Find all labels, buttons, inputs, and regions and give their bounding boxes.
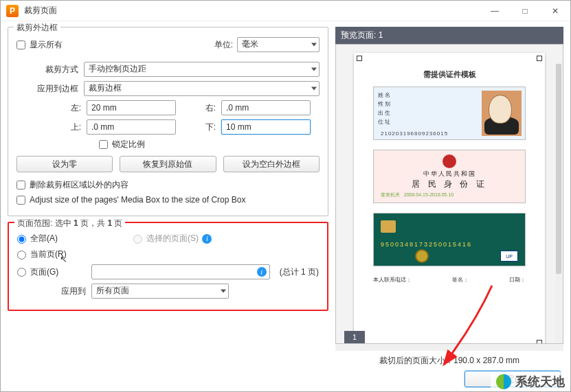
range-title-2: 页，共 xyxy=(78,218,108,228)
unit-select[interactable]: 毫米 xyxy=(237,37,320,52)
preview-cn-line2: 居 民 身 份 证 xyxy=(412,178,486,190)
top-margin-input[interactable]: .0 mm xyxy=(87,119,176,135)
preview-scrollbar-vertical[interactable] xyxy=(555,62,562,343)
range-current-radio[interactable] xyxy=(17,251,26,260)
adjust-media-checkbox-row[interactable]: Adjust size of the pages' Media Box to t… xyxy=(16,195,245,205)
page-range-title: 页面范围: 选中 1 页，共 1 页 xyxy=(14,218,125,229)
unionpay-icon: UP xyxy=(500,251,518,262)
set-zero-button[interactable]: 设为零 xyxy=(16,156,113,172)
preview-frame: 需提供证件模板 姓 名性 别出 生住 址 210203196809236015 … xyxy=(335,44,563,344)
lock-ratio-checkbox[interactable] xyxy=(99,140,108,149)
preview-bank-number: 9500348173250015416 xyxy=(381,241,472,248)
info-icon[interactable]: i xyxy=(257,267,267,277)
show-all-label: 显示所有 xyxy=(30,40,63,49)
chevron-down-icon xyxy=(311,68,317,71)
blank-margin-label: 设为空白外边框 xyxy=(243,159,300,170)
cursor-icon: ↖ xyxy=(60,254,67,264)
right-margin-input[interactable]: .0 mm xyxy=(221,100,311,115)
remove-outside-checkbox[interactable] xyxy=(16,181,25,189)
reset-label: 恢复到原始值 xyxy=(143,159,192,170)
apply-border-label: 应用到边框 xyxy=(16,83,78,95)
preview-doc-title: 需提供证件模板 xyxy=(373,69,526,80)
crop-method-value: 手动控制页边距 xyxy=(89,64,146,73)
close-icon: ✕ xyxy=(552,6,559,16)
close-button[interactable]: ✕ xyxy=(540,1,570,21)
show-all-checkbox[interactable] xyxy=(16,41,25,49)
show-all-checkbox-row[interactable]: 显示所有 xyxy=(16,39,63,51)
preview-page[interactable]: 需提供证件模板 姓 名性 别出 生住 址 210203196809236015 … xyxy=(354,53,545,344)
range-pages-total: (总计 1 页) xyxy=(280,266,319,278)
range-selected-label: 选择的页面(S) xyxy=(146,233,199,243)
apply-to-label: 应用到 xyxy=(17,286,86,297)
minimize-icon: — xyxy=(491,6,499,16)
range-title-3: 页 xyxy=(112,218,122,228)
range-selected-radio-row: 选择的页面(S) i xyxy=(133,233,212,244)
range-title-sel: 1 xyxy=(74,218,78,228)
bottom-margin-input[interactable]: 10 mm xyxy=(221,119,311,135)
lock-ratio-checkbox-row[interactable]: 锁定比例 xyxy=(99,139,145,150)
range-pages-radio[interactable] xyxy=(17,268,26,277)
preview-card-bank: 9500348173250015416 UP xyxy=(373,213,526,266)
watermark-text: 系统天地 xyxy=(515,373,565,390)
minimize-button[interactable]: — xyxy=(480,1,510,21)
range-all-label: 全部(A) xyxy=(30,233,58,243)
apply-to-value: 所有页面 xyxy=(96,286,129,295)
preview-header: 预览页面: 1 xyxy=(335,27,563,44)
crop-method-select[interactable]: 手动控制页边距 xyxy=(84,62,320,77)
portrait-icon xyxy=(482,91,522,136)
crop-handle-tl[interactable] xyxy=(357,56,362,61)
apply-border-value: 裁剪边框 xyxy=(89,83,122,93)
apply-to-select[interactable]: 所有页面 xyxy=(91,284,229,299)
crop-method-label: 裁剪方式 xyxy=(16,64,78,76)
chevron-down-icon xyxy=(311,43,317,47)
watermark: 系统天地 xyxy=(491,372,570,391)
range-pages-radio-row[interactable]: 页面(G) xyxy=(17,266,86,278)
sig-date: 日期： xyxy=(509,276,526,284)
emblem-icon xyxy=(443,154,456,168)
preview-card-id-front: 姓 名性 别出 生住 址 210203196809236015 xyxy=(373,87,526,140)
bottom-margin-label: 下: xyxy=(188,122,216,133)
app-icon: P xyxy=(6,5,19,17)
crop-margin-title: 裁剪外边框 xyxy=(14,22,60,34)
unit-value: 毫米 xyxy=(242,39,258,49)
preview-card-id-back: 中华人民共和国 居 民 身 份 证 签发机关 2008.04.15-2018.0… xyxy=(373,150,526,203)
left-margin-input[interactable]: 20 mm xyxy=(87,100,176,115)
crop-handle-br[interactable] xyxy=(537,340,542,344)
crop-handle-tr[interactable] xyxy=(537,56,542,61)
blank-margin-button[interactable]: 设为空白外边框 xyxy=(223,156,320,172)
left-margin-label: 左: xyxy=(54,102,81,114)
adjust-media-label: Adjust size of the pages' Media Box to t… xyxy=(30,195,245,205)
range-pages-input[interactable]: i xyxy=(91,264,270,279)
page-range-group: 页面范围: 选中 1 页，共 1 页 全部(A) 选择的页面(S) i 当前页(… xyxy=(8,222,328,311)
apply-border-select[interactable]: 裁剪边框 xyxy=(84,81,320,96)
remove-outside-label: 删除裁剪框区域以外的内容 xyxy=(30,180,128,189)
range-all-radio-row[interactable]: 全部(A) xyxy=(17,233,58,244)
range-selected-radio xyxy=(133,235,142,244)
scrollbar-thumb[interactable] xyxy=(556,64,561,274)
right-margin-label: 右: xyxy=(188,102,216,114)
info-icon[interactable]: i xyxy=(202,234,212,244)
preview-page-number[interactable]: 1 xyxy=(344,331,365,343)
maximize-icon: □ xyxy=(522,6,527,16)
preview-cn-line1: 中华人民共和国 xyxy=(423,170,476,178)
set-zero-label: 设为零 xyxy=(52,159,77,170)
unit-label: 单位: xyxy=(214,39,233,51)
sig-sign: 签名： xyxy=(452,276,469,284)
chip-icon xyxy=(381,220,396,233)
adjust-media-checkbox[interactable] xyxy=(16,196,25,205)
range-all-radio[interactable] xyxy=(17,235,26,244)
crop-margin-group: 裁剪外边框 显示所有 单位: 毫米 裁剪方式 手动控制页边距 应用到边框 裁剪边… xyxy=(8,27,328,216)
crop-size-info: 裁切后的页面大小：190.0 x 287.0 mm xyxy=(335,355,563,367)
sig-contact: 本人联系电话： xyxy=(373,276,412,284)
lock-ratio-label: 锁定比例 xyxy=(112,139,145,149)
preview-scrollbar-horizontal[interactable] xyxy=(335,344,563,351)
right-margin-value: .0 mm xyxy=(226,103,249,113)
remove-outside-checkbox-row[interactable]: 删除裁剪框区域以外的内容 xyxy=(16,179,128,191)
chevron-down-icon xyxy=(221,290,226,293)
maximize-button[interactable]: □ xyxy=(510,1,540,21)
coin-icon xyxy=(415,249,429,263)
top-margin-label: 上: xyxy=(54,122,81,133)
range-current-radio-row[interactable]: 当前页(R) xyxy=(17,249,67,260)
reset-button[interactable]: 恢复到原始值 xyxy=(120,156,216,172)
watermark-logo-icon xyxy=(496,374,511,389)
